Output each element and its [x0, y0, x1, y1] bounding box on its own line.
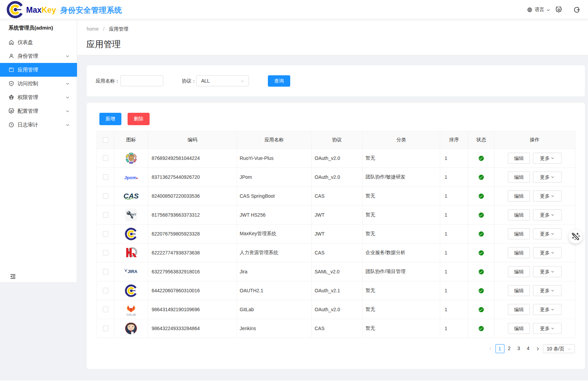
svg-text:JIRA: JIRA	[128, 269, 137, 274]
svg-text:Jpom: Jpom	[124, 175, 137, 180]
svg-text:GitLab: GitLab	[127, 313, 136, 316]
svg-text:JWT: JWT	[130, 213, 137, 216]
